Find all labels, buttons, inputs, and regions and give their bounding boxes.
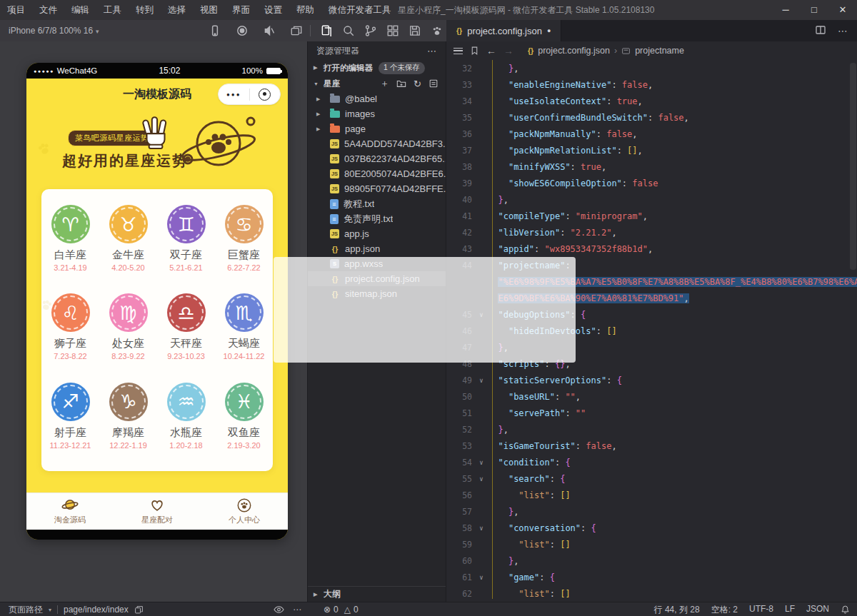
forward-arrow-icon[interactable]: →: [503, 45, 513, 56]
zodiac-item[interactable]: ♓双鱼座2.19-3.20: [215, 383, 273, 470]
zodiac-item[interactable]: ♏天蝎座10.24-11.22: [215, 293, 273, 380]
code-line[interactable]: 43 "appid": "wx8953347352f88b1d",: [446, 241, 857, 257]
zodiac-item[interactable]: ♎天秤座9.23-10.23: [157, 293, 215, 380]
code-line[interactable]: 38 "minifyWXSS": true,: [446, 158, 857, 175]
close-target-button[interactable]: [259, 89, 271, 101]
file-row-5a4addd574ad42bf3...[interactable]: JS5A4ADDD574AD42BF3...: [308, 136, 446, 151]
code-line[interactable]: 57 },: [446, 503, 857, 520]
file-row-@babel[interactable]: ▶@babel: [308, 91, 446, 106]
phone-tab-heart[interactable]: 星座配对: [114, 493, 201, 530]
zodiac-item[interactable]: ♊双子座5.21-6.21: [157, 205, 215, 292]
code-line[interactable]: 32 },: [446, 60, 857, 76]
code-line[interactable]: 36 "packNpmManually": false,: [446, 126, 857, 142]
back-arrow-icon[interactable]: ←: [486, 45, 496, 56]
more-actions-icon[interactable]: ⋯: [838, 25, 848, 36]
project-section[interactable]: ▼ 星座 ＋ ↻: [308, 76, 446, 91]
speaker-mute-icon[interactable]: [263, 24, 276, 37]
zodiac-item[interactable]: ♋巨蟹座6.22-7.22: [215, 205, 273, 292]
zodiac-item[interactable]: ♈白羊座3.21-4.19: [41, 205, 99, 292]
fold-chevron-icon[interactable]: ∨: [475, 377, 488, 384]
menu-item[interactable]: 界面: [225, 0, 257, 20]
zodiac-item[interactable]: ♍处女座8.23-9.22: [99, 293, 157, 380]
bell-icon[interactable]: [841, 605, 850, 615]
code-line[interactable]: 49∨ "staticServerOptions": {: [446, 372, 857, 388]
file-row---.txt[interactable]: ≡教程.txt: [308, 196, 446, 211]
zodiac-item[interactable]: ♐射手座11.23-12.21: [41, 383, 99, 470]
minimize-button[interactable]: ─: [771, 0, 800, 20]
copy-icon[interactable]: [134, 605, 144, 615]
outline-section[interactable]: ▶ 大纲: [308, 586, 446, 602]
collapse-all-icon[interactable]: [428, 79, 438, 89]
windows-icon[interactable]: [290, 24, 303, 37]
clipboard-icon[interactable]: [320, 24, 333, 37]
code-line[interactable]: 33 "enableEngineNative": false,: [446, 76, 857, 93]
more-menu-button[interactable]: ●●●: [219, 91, 249, 98]
code-line[interactable]: 40 },: [446, 191, 857, 208]
bookmark-icon[interactable]: [470, 46, 479, 56]
phone-icon[interactable]: [209, 24, 221, 37]
new-file-icon[interactable]: ＋: [380, 77, 389, 90]
code-line[interactable]: 60 },: [446, 552, 857, 569]
search-icon[interactable]: [342, 24, 355, 37]
code-line[interactable]: 34 "useIsolateContext": true,: [446, 93, 857, 109]
file-row-98905f0774ad42bffe...[interactable]: JS98905F0774AD42BFFE...: [308, 181, 446, 196]
menu-icon[interactable]: [453, 48, 463, 54]
menu-item[interactable]: 编辑: [64, 0, 96, 20]
language-mode[interactable]: JSON: [806, 604, 829, 616]
code-line[interactable]: 61∨ "game": {: [446, 569, 857, 585]
code-line[interactable]: 35 "userConfirmedBundleSwitch": false,: [446, 109, 857, 126]
record-icon[interactable]: [236, 24, 249, 37]
fold-chevron-icon[interactable]: ∨: [475, 574, 488, 581]
file-row-app.js[interactable]: JSapp.js: [308, 226, 446, 241]
more-actions-icon[interactable]: ⋯: [427, 46, 437, 56]
code-line[interactable]: 37 "packNpmRelationList": [],: [446, 142, 857, 158]
code-line[interactable]: 53 "isGameTourist": false,: [446, 438, 857, 454]
file-row-page[interactable]: ▶page: [308, 121, 446, 136]
more-actions-icon[interactable]: ⋯: [293, 605, 301, 615]
file-row-037b622374ad42bf65...[interactable]: JS037B622374AD42BF65...: [308, 151, 446, 166]
save-icon[interactable]: [409, 24, 421, 37]
indent-spaces[interactable]: 空格: 2: [711, 604, 738, 616]
eye-icon[interactable]: [274, 605, 284, 614]
problems-section[interactable]: ⊗ 0 △ 0: [324, 602, 359, 616]
fold-chevron-icon[interactable]: ∨: [475, 525, 488, 532]
code-line[interactable]: 52 },: [446, 421, 857, 438]
file-row-app.json[interactable]: {}app.json: [308, 241, 446, 256]
new-folder-icon[interactable]: [396, 79, 406, 89]
code-line[interactable]: 58∨ "conversation": {: [446, 520, 857, 536]
code-line[interactable]: 42 "libVersion": "2.21.2",: [446, 224, 857, 241]
grid-icon[interactable]: [386, 24, 399, 37]
open-editors-section[interactable]: ▶ 打开的编辑器 1 个未保存: [308, 60, 446, 76]
code-line[interactable]: 39 "showES6CompileOption": false: [446, 175, 857, 191]
fold-chevron-icon[interactable]: ∨: [475, 459, 488, 466]
code-line[interactable]: 56 "list": []: [446, 487, 857, 503]
cursor-position[interactable]: 行 44, 列 28: [654, 604, 700, 616]
code-line[interactable]: 59 "list": []: [446, 536, 857, 552]
menu-item[interactable]: 转到: [129, 0, 161, 20]
code-line[interactable]: 55∨ "search": {: [446, 470, 857, 487]
menu-item[interactable]: 选择: [161, 0, 193, 20]
code-line[interactable]: 50 "baseURL": "",: [446, 388, 857, 405]
breadcrumb-symbol[interactable]: projectname: [635, 46, 684, 56]
page-path-value[interactable]: page/index/index: [64, 605, 129, 615]
code-line[interactable]: 62 "list": []: [446, 585, 857, 602]
file-row-images[interactable]: ▶images: [308, 106, 446, 121]
menu-item[interactable]: 微信开发者工具: [321, 0, 399, 20]
code-line[interactable]: 51 "servePath": "": [446, 405, 857, 421]
breadcrumb-file[interactable]: project.config.json: [538, 46, 610, 56]
device-selector[interactable]: iPhone 6/7/8 100% 16▾: [9, 20, 99, 42]
split-editor-icon[interactable]: [815, 24, 828, 37]
menu-item[interactable]: 设置: [257, 0, 289, 20]
menu-item[interactable]: 项目: [0, 0, 32, 20]
encoding[interactable]: UTF-8: [749, 604, 773, 616]
scrollbar[interactable]: [848, 60, 857, 602]
code-line[interactable]: 41 "compileType": "miniprogram",: [446, 208, 857, 224]
file-row-----.txt[interactable]: ≡免责声明.txt: [308, 211, 446, 226]
file-row-80e2005074ad42bfe6...[interactable]: JS80E2005074AD42BFE6...: [308, 166, 446, 181]
menu-item[interactable]: 帮助: [289, 0, 321, 20]
code-line[interactable]: 54∨ "condition": {: [446, 454, 857, 470]
fold-chevron-icon[interactable]: ∨: [475, 475, 488, 483]
paw-hand-icon[interactable]: [431, 24, 443, 37]
phone-tab-paw[interactable]: 个人中心: [201, 493, 288, 530]
page-path-label[interactable]: 页面路径: [9, 604, 43, 616]
